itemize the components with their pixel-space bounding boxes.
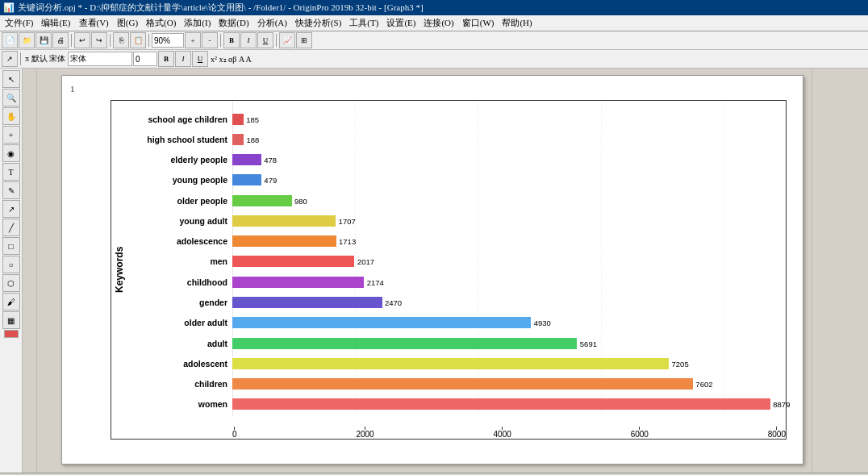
bar-track: 5691 [232,338,778,349]
bar-row: school age children185 [127,109,778,129]
bar-track: 185 [232,114,778,125]
lt-rect[interactable]: □ [2,237,20,255]
bar-fill [232,338,577,349]
lt-text[interactable]: T [2,163,20,181]
bar-label: gender [127,298,232,307]
bar-row: adolescent7205 [127,353,778,373]
menu-item-graph[interactable]: 图(G) [114,16,141,30]
bar-fill [232,215,336,227]
tb-u[interactable]: U [257,32,273,48]
lt-pan[interactable]: ✋ [2,107,20,125]
x-tick-4000: 4000 [494,427,511,439]
bar-fill [232,134,244,145]
font-name-input[interactable] [68,52,132,66]
sep-2 [110,34,111,47]
bar-value: 479 [264,176,277,185]
bar-value: 7602 [695,380,712,389]
menu-item-help[interactable]: 帮助(H) [499,16,535,30]
bar-label: young people [127,175,232,185]
lt-annotate[interactable]: ✎ [2,181,20,199]
bar-label: adult [127,339,232,348]
menu-item-view[interactable]: 查看(V) [76,16,112,30]
bar-value: 2470 [385,298,402,307]
bar-label: older adult [127,318,232,327]
sep-t1 [20,52,21,65]
tb-table[interactable]: ⊞ [296,32,312,48]
bar-row: adult5691 [127,333,778,353]
bar-row: children7602 [127,373,778,394]
lt-point[interactable]: ◉ [2,144,20,162]
canvas-area: 1 Keywords [37,69,812,473]
x-tick-2000: 2000 [356,427,373,439]
bar-fill [232,378,693,390]
menu-item-connect[interactable]: 连接(O) [420,16,457,30]
bar-track: 1707 [232,215,778,227]
bar-track: 7205 [232,358,778,369]
font-size-input[interactable] [133,52,157,66]
y-axis-label: Keywords [111,101,127,439]
chart-container[interactable]: Keywords [111,100,787,440]
bar-fill [232,154,261,165]
lt-color[interactable] [4,330,19,338]
bar-track: 980 [232,195,778,206]
menu-item-format[interactable]: 格式(O) [143,16,179,30]
tb-new[interactable]: 📄 [2,32,18,48]
lt-brush[interactable]: 🖌 [2,293,20,310]
tb-zoom-out[interactable]: - [202,32,218,48]
lt-zoom[interactable]: 🔍 [2,89,20,106]
toolbar-2: ↗ π 默认 宋体 B I U x² x₂ αβ A A [0,50,868,69]
menu-item-window[interactable]: 窗口(W) [459,16,498,30]
tb-zoom-in[interactable]: + [185,32,201,48]
tb-font-i[interactable]: I [175,51,191,67]
menu-item-edit[interactable]: 编辑(E) [38,16,73,30]
bar-value: 188 [247,135,260,144]
left-toolbar: ↖ 🔍 ✋ + ◉ T ✎ ↗ ╱ □ ○ ⬡ 🖌 ▦ [0,69,23,473]
lt-select[interactable]: ↖ [2,70,20,88]
bar-fill [232,358,669,369]
app-icon: 📊 [3,2,15,13]
bar-track: 1713 [232,235,778,247]
menu-item-shortcut[interactable]: 快捷分析(S) [292,16,344,30]
main-layout: ↖ 🔍 ✋ + ◉ T ✎ ↗ ╱ □ ○ ⬡ 🖌 ▦ 1 Keywords [0,69,868,473]
tb-undo[interactable]: ↩ [74,32,90,48]
tb-open[interactable]: 📁 [19,32,35,48]
menu-item-analysis[interactable]: 分析(A) [254,16,290,30]
menu-item-file[interactable]: 文件(F) [2,16,36,30]
toolbar-1: 📄 📁 💾 🖨 ↩ ↪ ⎘ 📋 + - B I U 📈 ⊞ [0,31,868,50]
chart-inner: Keywords [111,101,786,439]
tb-b[interactable]: B [223,32,240,48]
tb-i[interactable]: I [240,32,257,48]
bar-row: older adult4930 [127,313,778,333]
bar-row: young people479 [127,170,778,190]
bar-row: elderly people478 [127,150,778,170]
side-panel-right [812,69,868,473]
lt-crosshair[interactable]: + [2,126,20,144]
menu-item-insert[interactable]: 添加(I) [181,16,214,30]
zoom-input[interactable] [152,33,184,48]
bar-row: gender2470 [127,292,778,312]
tb-redo[interactable]: ↪ [91,32,107,48]
tb-font-u[interactable]: U [192,51,208,67]
tb-arrow[interactable]: ↗ [2,51,18,67]
bar-row: high school student188 [127,129,778,149]
tb-graph[interactable]: 📈 [279,32,295,48]
menu-item-data[interactable]: 数据(D) [215,16,252,30]
sep-5 [276,34,277,47]
lt-fill[interactable]: ▦ [2,311,20,329]
lt-circle[interactable]: ○ [2,256,20,273]
menu-item-tools[interactable]: 工具(T) [346,16,382,30]
lt-arrow-tool[interactable]: ↗ [2,200,20,218]
bar-label: school age children [127,115,232,124]
lt-line[interactable]: ╱ [2,219,20,236]
bar-fill [232,195,292,206]
lt-poly[interactable]: ⬡ [2,274,20,292]
tb-print[interactable]: 🖨 [52,32,69,48]
bar-track: 479 [232,174,778,185]
tb-save[interactable]: 💾 [35,32,52,48]
bar-label: children [127,379,232,389]
sep-1 [71,34,72,47]
tb-copy[interactable]: ⎘ [113,32,129,48]
tb-paste[interactable]: 📋 [130,32,146,48]
tb-font-b[interactable]: B [158,51,174,67]
menu-item-settings[interactable]: 设置(E) [383,16,419,30]
